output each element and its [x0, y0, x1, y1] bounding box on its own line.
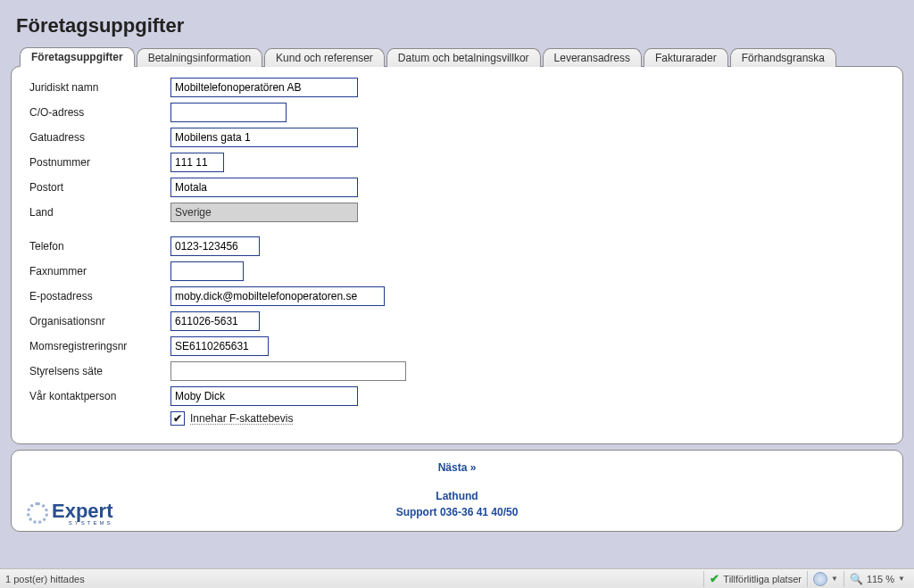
next-link[interactable]: Nästa »	[438, 461, 477, 474]
label-epostadress: E-postadress	[29, 290, 170, 302]
field-land: Sverige	[170, 203, 358, 222]
input-postnummer[interactable]	[170, 153, 224, 172]
label-var-kontaktperson: Vår kontaktperson	[29, 390, 170, 402]
form-panel: Juridiskt namn C/O-adress Gatuadress Pos…	[11, 66, 903, 444]
logo-text: Expert	[52, 502, 112, 520]
tab-fakturarader[interactable]: Fakturarader	[644, 48, 728, 67]
status-site[interactable]: ✔ Tillförlitliga platser	[703, 571, 807, 587]
check-icon: ✔	[710, 572, 719, 585]
footer-panel: Nästa » Lathund Support 036-36 41 40/50 …	[11, 450, 903, 532]
status-zoom[interactable]: 🔍 115 % ▼	[843, 571, 910, 587]
label-co-adress: C/O-adress	[29, 106, 170, 119]
input-var-kontaktperson[interactable]	[170, 386, 358, 406]
tab-betalningsinformation[interactable]: Betalningsinformation	[137, 48, 262, 67]
checkbox-fskatt-label: Innehar F-skattebevis	[190, 412, 293, 425]
tab-leveransadress[interactable]: Leveransadress	[543, 48, 642, 67]
checkbox-fskatt[interactable]: ✔	[170, 411, 185, 426]
input-epostadress[interactable]	[170, 286, 385, 306]
label-telefon: Telefon	[29, 240, 170, 253]
status-bar: 1 post(er) hittades ✔ Tillförlitliga pla…	[0, 568, 914, 588]
chevron-down-icon: ▼	[898, 575, 905, 583]
input-telefon[interactable]	[170, 236, 260, 256]
tab-kund-och-referenser[interactable]: Kund och referenser	[264, 48, 385, 67]
page-title: Företagsuppgifter	[0, 0, 914, 46]
zoom-icon: 🔍	[850, 573, 863, 585]
tab-datum-och-betalningsvillkor[interactable]: Datum och betalningsvillkor	[386, 48, 541, 67]
label-postort: Postort	[29, 181, 170, 194]
tab-foretagsuppgifter[interactable]: Företagsuppgifter	[20, 47, 135, 67]
fskatt-checkbox-row: ✔ Innehar F-skattebevis	[170, 411, 886, 426]
label-gatuadress: Gatuadress	[29, 131, 170, 144]
label-juridiskt-namn: Juridiskt namn	[29, 81, 170, 94]
support-text: Support 036-36 41 40/50	[28, 506, 886, 518]
tab-bar: Företagsuppgifter Betalningsinformation …	[0, 46, 914, 66]
input-postort[interactable]	[170, 178, 358, 197]
chevron-down-icon: ▼	[831, 575, 838, 583]
label-styrelsens-sate: Styrelsens säte	[29, 365, 170, 377]
status-security[interactable]: ▼	[807, 571, 843, 587]
input-gatuadress[interactable]	[170, 128, 358, 147]
input-co-adress[interactable]	[170, 103, 287, 122]
input-organisationsnr[interactable]	[170, 311, 260, 331]
input-styrelsens-sate[interactable]	[170, 361, 406, 381]
logo-swirl-icon	[22, 499, 49, 526]
label-land: Land	[29, 206, 170, 219]
guide-link[interactable]: Lathund	[436, 490, 478, 502]
label-postnummer: Postnummer	[29, 156, 170, 169]
label-momsregistreringsnr: Momsregistreringsnr	[29, 340, 170, 352]
input-juridiskt-namn[interactable]	[170, 78, 358, 97]
label-faxnummer: Faxnummer	[29, 265, 170, 277]
input-momsregistreringsnr[interactable]	[170, 336, 269, 356]
status-site-text: Tillförlitliga platser	[723, 574, 802, 584]
app-window: Företagsuppgifter Företagsuppgifter Beta…	[0, 0, 914, 588]
label-organisationsnr: Organisationsnr	[29, 315, 170, 327]
input-faxnummer[interactable]	[170, 261, 244, 281]
status-zoom-text: 115 %	[867, 574, 894, 584]
expert-logo: Expert SYSTEMS	[22, 499, 112, 526]
status-left: 1 post(er) hittades	[4, 574, 703, 584]
tab-forhandsgranska[interactable]: Förhandsgranska	[730, 48, 836, 67]
globe-icon	[813, 572, 827, 586]
